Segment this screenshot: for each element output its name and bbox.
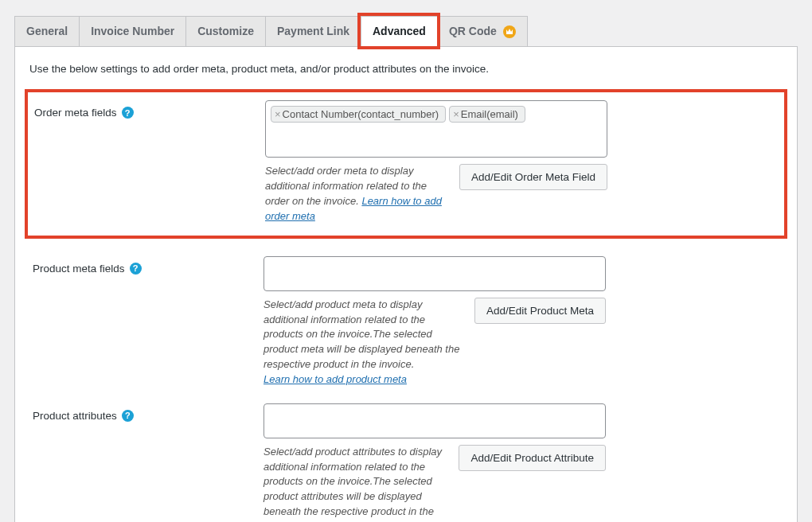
tab-qr-code-label: QR Code xyxy=(449,25,497,37)
tag-label: Email(email) xyxy=(461,108,518,120)
tabs-nav: General Invoice Number Customize Payment… xyxy=(0,16,812,46)
add-edit-product-attribute-button[interactable]: Add/Edit Product Attribute xyxy=(459,445,606,471)
product-attributes-label: Product attributes xyxy=(33,410,117,422)
help-icon[interactable]: ? xyxy=(122,107,134,119)
tab-advanced[interactable]: Advanced xyxy=(361,16,437,46)
intro-text: Use the below settings to add order meta… xyxy=(29,47,786,91)
crown-icon xyxy=(503,25,516,38)
help-icon[interactable]: ? xyxy=(122,410,134,422)
add-edit-product-meta-button[interactable]: Add/Edit Product Meta xyxy=(474,298,606,324)
settings-panel: Use the below settings to add order meta… xyxy=(14,46,798,522)
tag-item: × Contact Number(contact_number) xyxy=(271,106,446,123)
product-attributes-input[interactable] xyxy=(264,403,606,438)
product-meta-input[interactable] xyxy=(264,256,606,291)
product-attributes-hint: Select/add product attributes to display… xyxy=(264,445,447,522)
help-icon[interactable]: ? xyxy=(130,263,142,275)
order-meta-hint: Select/add order meta to display additio… xyxy=(265,164,448,224)
tab-qr-code[interactable]: QR Code xyxy=(437,16,528,46)
tab-general[interactable]: General xyxy=(14,16,79,46)
tab-customize[interactable]: Customize xyxy=(185,16,265,46)
product-meta-section: Product meta fields ? Select/add product… xyxy=(26,248,786,395)
tag-item: × Email(email) xyxy=(449,106,525,123)
order-meta-section: Order meta fields ? × Contact Number(con… xyxy=(28,92,784,235)
product-meta-label: Product meta fields xyxy=(33,263,125,275)
tag-remove-icon[interactable]: × xyxy=(453,108,459,120)
product-meta-learn-link[interactable]: Learn how to add product meta xyxy=(264,373,407,385)
tag-remove-icon[interactable]: × xyxy=(275,108,281,120)
product-meta-hint: Select/add product meta to display addit… xyxy=(264,298,463,388)
order-meta-label: Order meta fields xyxy=(34,107,117,119)
tab-payment-link[interactable]: Payment Link xyxy=(265,16,361,46)
tag-label: Contact Number(contact_number) xyxy=(283,108,439,120)
tab-invoice-number[interactable]: Invoice Number xyxy=(79,16,185,46)
product-attributes-section: Product attributes ? Select/add product … xyxy=(26,395,786,522)
add-edit-order-meta-button[interactable]: Add/Edit Order Meta Field xyxy=(459,164,607,190)
order-meta-input[interactable]: × Contact Number(contact_number) × Email… xyxy=(265,100,607,158)
